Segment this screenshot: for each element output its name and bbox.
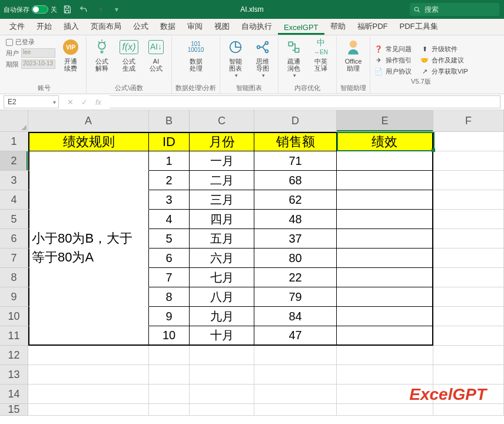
- cell[interactable]: 2: [149, 171, 190, 190]
- cell[interactable]: [337, 171, 433, 190]
- coop-link[interactable]: 🤝合作及建议: [420, 55, 464, 65]
- cell[interactable]: [433, 326, 504, 346]
- cell[interactable]: 48: [254, 210, 337, 229]
- date-field[interactable]: 2023-10-13: [21, 59, 55, 69]
- save-icon[interactable]: [61, 3, 74, 16]
- cell[interactable]: 37: [254, 229, 337, 249]
- cell[interactable]: 四月: [190, 210, 254, 229]
- cell[interactable]: 1: [149, 151, 190, 171]
- cell[interactable]: 九月: [190, 307, 254, 326]
- cell[interactable]: 销售额: [254, 132, 337, 151]
- cell[interactable]: [337, 268, 433, 287]
- select-all-corner[interactable]: [0, 110, 28, 132]
- row-header[interactable]: 9: [0, 287, 28, 307]
- cell[interactable]: [190, 346, 254, 365]
- cell[interactable]: 68: [254, 171, 337, 190]
- data-process-button[interactable]: 10110010数据 处理: [184, 38, 208, 72]
- tab-excelgpt[interactable]: ExcelGPT: [278, 20, 324, 35]
- cell[interactable]: 5: [149, 229, 190, 249]
- formula-bar[interactable]: [110, 95, 500, 108]
- cell[interactable]: [190, 385, 254, 404]
- cell[interactable]: 五月: [190, 229, 254, 249]
- row-header[interactable]: 15: [0, 404, 28, 416]
- cell[interactable]: [337, 326, 433, 346]
- formula-gen-button[interactable]: f(x)公式 生成: [117, 38, 141, 72]
- cell[interactable]: [433, 171, 504, 190]
- cell[interactable]: [254, 385, 337, 404]
- cell[interactable]: 22: [254, 268, 337, 287]
- cell[interactable]: 9: [149, 307, 190, 326]
- guide-link[interactable]: ✈操作指引: [374, 55, 412, 65]
- cell[interactable]: [433, 404, 504, 416]
- row-header[interactable]: 13: [0, 365, 28, 385]
- row-header[interactable]: 8: [0, 268, 28, 287]
- toggle-switch[interactable]: [32, 5, 48, 14]
- cell[interactable]: [337, 229, 433, 249]
- row-header[interactable]: 1: [0, 132, 28, 151]
- cancel-formula-icon[interactable]: ✕: [65, 98, 75, 107]
- cell[interactable]: [433, 190, 504, 210]
- cell[interactable]: [149, 385, 190, 404]
- translate-button[interactable]: 中↔EN中英 互译: [309, 38, 333, 72]
- col-header-C[interactable]: C: [190, 110, 254, 132]
- cell[interactable]: 绩效规则: [28, 132, 149, 151]
- cell[interactable]: [28, 365, 149, 385]
- upgrade-link[interactable]: ⬆升级软件: [420, 44, 457, 54]
- col-header-B[interactable]: B: [149, 110, 190, 132]
- cell[interactable]: [433, 229, 504, 249]
- fx-icon[interactable]: fx: [93, 98, 104, 107]
- user-field[interactable]: lee: [21, 48, 55, 58]
- col-header-F[interactable]: F: [433, 110, 504, 132]
- cell[interactable]: [433, 210, 504, 229]
- cell[interactable]: [337, 346, 433, 365]
- share-link[interactable]: ↗分享获取VIP: [420, 67, 468, 76]
- row-header[interactable]: 5: [0, 210, 28, 229]
- tab-pdftools[interactable]: PDF工具集: [394, 18, 444, 35]
- cell[interactable]: [433, 365, 504, 385]
- col-header-D[interactable]: D: [254, 110, 337, 132]
- tab-view[interactable]: 视图: [208, 18, 236, 35]
- row-header[interactable]: 4: [0, 190, 28, 210]
- cell[interactable]: [433, 151, 504, 171]
- qat-customize-icon[interactable]: ▾: [110, 3, 123, 16]
- cell[interactable]: [337, 249, 433, 268]
- cell[interactable]: [149, 346, 190, 365]
- cell[interactable]: [190, 404, 254, 416]
- tab-layout[interactable]: 页面布局: [85, 18, 127, 35]
- cell[interactable]: 一月: [190, 151, 254, 171]
- cell[interactable]: 十月: [190, 326, 254, 346]
- vip-button[interactable]: VIP开通 续费: [59, 38, 82, 72]
- cell[interactable]: [254, 346, 337, 365]
- cell[interactable]: [149, 404, 190, 416]
- cell[interactable]: [433, 287, 504, 307]
- smart-chart-button[interactable]: 智能 图表: [224, 38, 247, 79]
- cell[interactable]: [337, 307, 433, 326]
- row-header[interactable]: 12: [0, 346, 28, 365]
- cell[interactable]: [28, 404, 149, 416]
- cell[interactable]: ID: [149, 132, 190, 151]
- row-header[interactable]: 11: [0, 326, 28, 346]
- row-header[interactable]: 6: [0, 229, 28, 249]
- cell[interactable]: [337, 151, 433, 171]
- accept-formula-icon[interactable]: ✓: [79, 98, 89, 107]
- name-box[interactable]: E2: [4, 95, 59, 108]
- rule-text-cell[interactable]: 小于80为B，大于等于80为A: [29, 151, 148, 344]
- ai-formula-button[interactable]: AI↓AI 公式: [144, 38, 168, 72]
- mindmap-button[interactable]: 思维 导图: [251, 38, 274, 79]
- cell[interactable]: 7: [149, 268, 190, 287]
- cell[interactable]: 4: [149, 210, 190, 229]
- cell[interactable]: 10: [149, 326, 190, 346]
- cell[interactable]: [337, 365, 433, 385]
- col-header-E[interactable]: E: [337, 110, 433, 132]
- cell[interactable]: 80: [254, 249, 337, 268]
- cell[interactable]: [337, 404, 433, 416]
- cell[interactable]: 47: [254, 326, 337, 346]
- row-header[interactable]: 14: [0, 385, 28, 404]
- cell[interactable]: 62: [254, 190, 337, 210]
- row-header[interactable]: 7: [0, 249, 28, 268]
- tab-help[interactable]: 帮助: [324, 18, 352, 35]
- office-assist-button[interactable]: Office 助理: [341, 38, 365, 72]
- tab-file[interactable]: 文件: [4, 18, 31, 35]
- cell[interactable]: [433, 346, 504, 365]
- tab-home[interactable]: 开始: [31, 18, 58, 35]
